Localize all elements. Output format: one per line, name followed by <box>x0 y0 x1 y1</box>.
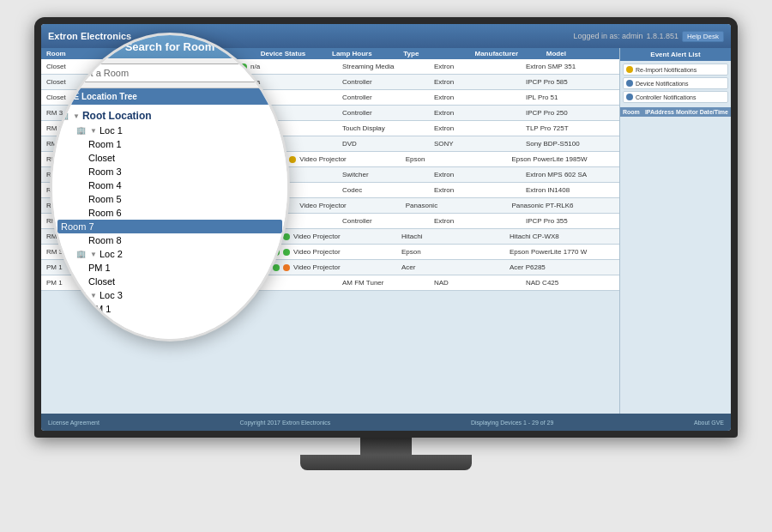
cell-mfr: Extron <box>434 94 522 101</box>
cell-model: Epson PowerLite 1985W <box>511 155 614 163</box>
cell-type: Video Projector <box>293 248 398 256</box>
cell-type: Video Projector <box>293 263 398 271</box>
tree-node-pm1[interactable]: PM 1 <box>57 261 282 275</box>
cell-type: Controller <box>342 78 431 86</box>
dot-status <box>273 264 280 271</box>
cell-type: Video Projector <box>299 155 402 163</box>
cell-model: Panasonic PT-RLK6 <box>511 202 614 209</box>
tree-label: Room 3 <box>88 166 122 177</box>
tree-node-closet[interactable]: Closet <box>57 151 282 165</box>
expand-arrow: ▼ <box>90 292 97 299</box>
footer-devices: Displaying Devices 1 - 29 of 29 <box>471 420 554 426</box>
cell-type: DVD <box>342 140 431 148</box>
alert-item[interactable]: Device Notifications <box>623 77 728 89</box>
tree-label: Room 1 <box>88 139 122 149</box>
alert-section: Re-Import Notifications Device Notificat… <box>620 61 731 107</box>
right-panel-header: Event Alert List <box>620 48 731 61</box>
cell-type: AM FM Tuner <box>342 279 431 287</box>
col-lamp: Lamp Hours <box>332 50 400 57</box>
alert-info-icon <box>626 80 633 87</box>
alert-item[interactable]: Controller Notifications <box>623 91 728 103</box>
cell-model: Sony BDP-S5100 <box>526 140 614 148</box>
footer-copyright: Copyright 2017 Extron Electronics <box>240 420 331 426</box>
tree-node-room3[interactable]: Room 3 <box>57 165 282 178</box>
cell-model: Extron IN1408 <box>526 186 614 194</box>
version-label: 1.8.1.851 <box>647 32 679 40</box>
col-mfr: Manufacturer <box>475 50 543 57</box>
tree-label: Closet <box>88 276 115 287</box>
dot-lamp <box>289 156 296 163</box>
monitor-wrapper: Extron Electronics Logged in as: admin 1… <box>17 17 755 515</box>
cell-mfr: Epson <box>406 155 509 163</box>
alert-label: Controller Notifications <box>636 94 696 100</box>
cell-mfr: Extron <box>434 217 522 225</box>
tree-label: Room 8 <box>88 235 122 245</box>
tree-node-loc1[interactable]: 🏢 ▼ Loc 1 <box>57 124 282 137</box>
monitor-frame: Extron Electronics Logged in as: admin 1… <box>34 17 738 438</box>
cell-mfr: Extron <box>434 171 522 178</box>
tree-label-loc3: Loc 3 <box>100 290 123 300</box>
alert-warning-icon <box>626 66 633 73</box>
status-footer: License Agreement Copyright 2017 Extron … <box>41 414 731 431</box>
tree-label: PM 1 <box>88 263 111 273</box>
col-type: Type <box>403 50 471 57</box>
tree-label-loc1: Loc 1 <box>100 125 123 136</box>
cell-model: TLP Pro 725T <box>526 124 614 132</box>
dot-lamp <box>283 264 290 271</box>
tree-node-room8[interactable]: Room 8 <box>57 233 282 247</box>
col-ip: IPAddress <box>645 109 674 115</box>
col-monitor: Monitor <box>676 109 698 115</box>
tree-header: GVE Location Tree — <box>52 88 287 105</box>
cell-model: Extron SMP 351 <box>526 63 614 70</box>
cell-mfr: Acer <box>401 263 506 271</box>
tree-label: Closet <box>88 153 115 163</box>
alert-label: Re-Import Notifications <box>636 67 697 73</box>
tree-node-closet2[interactable]: Closet <box>57 275 282 288</box>
dot-lamp <box>283 249 290 256</box>
tree-node-root[interactable]: 🏢 ▼ Root Location <box>57 108 282 124</box>
tree-node-room4[interactable]: Room 4 <box>57 178 282 192</box>
building-icon: 🏢 <box>75 249 87 259</box>
magnify-inner: Search for Room Select a Room ▼ GVE Loca… <box>52 35 287 339</box>
tree-node-room6[interactable]: Room 6 <box>57 206 282 220</box>
col-model: Model <box>546 50 614 57</box>
cell-mfr: Extron <box>434 78 522 86</box>
cell-lamp: n/a <box>250 63 339 70</box>
help-button[interactable]: Help Desk <box>682 31 724 42</box>
col-room: Room <box>623 109 643 115</box>
monitor-screen: Extron Electronics Logged in as: admin 1… <box>41 24 731 431</box>
cell-mfr: Extron <box>434 186 522 194</box>
tree-node-room1[interactable]: Room 1 <box>57 137 282 151</box>
tree-node-loc2[interactable]: 🏢 ▼ Loc 2 <box>57 247 282 261</box>
alert-item[interactable]: Re-Import Notifications <box>623 63 728 76</box>
expand-arrow: ▼ <box>90 251 97 258</box>
tree-node-loc3[interactable]: 🏢 ▼ Loc 3 <box>57 288 282 302</box>
cell-type: Streaming Media <box>342 63 431 70</box>
cell-mfr: Epson <box>401 248 506 256</box>
cell-mfr: SONY <box>434 140 522 148</box>
tree-node-room5[interactable]: Room 5 <box>57 192 282 206</box>
building-icon: 🏢 <box>75 125 87 136</box>
tree-label-selected: Room 7 <box>61 221 94 232</box>
cell-model: Acer P6285 <box>510 263 614 271</box>
search-title: Search for Room <box>125 40 215 53</box>
alert-info-icon <box>626 94 633 100</box>
monitor-neck <box>360 438 412 455</box>
cell-type: Controller <box>342 94 431 101</box>
cell-model: Extron MPS 602 SA <box>526 171 614 178</box>
cell-model: IPCP Pro 250 <box>526 109 614 117</box>
tree-node-room7[interactable]: Room 7 <box>57 220 282 233</box>
cell-model: NAD C425 <box>526 279 614 287</box>
cell-model: IPCP Pro 585 <box>526 78 614 86</box>
monitor-base <box>300 455 472 470</box>
footer-about[interactable]: About GVE <box>694 420 724 426</box>
cell-mfr: Hitachi <box>401 233 506 240</box>
tree-label-root: Root Location <box>82 110 152 122</box>
tree-label-loc2: Loc 2 <box>100 249 123 259</box>
cell-mfr: NAD <box>434 279 522 287</box>
cell-model: IPL Pro 51 <box>526 94 614 101</box>
app-title: Extron Electronics <box>48 31 131 41</box>
cell-model: Epson PowerLite 1770 W <box>510 248 614 256</box>
tree-label: Room 4 <box>88 180 122 190</box>
right-table-header: Room IPAddress Monitor Date/Time <box>620 107 731 117</box>
